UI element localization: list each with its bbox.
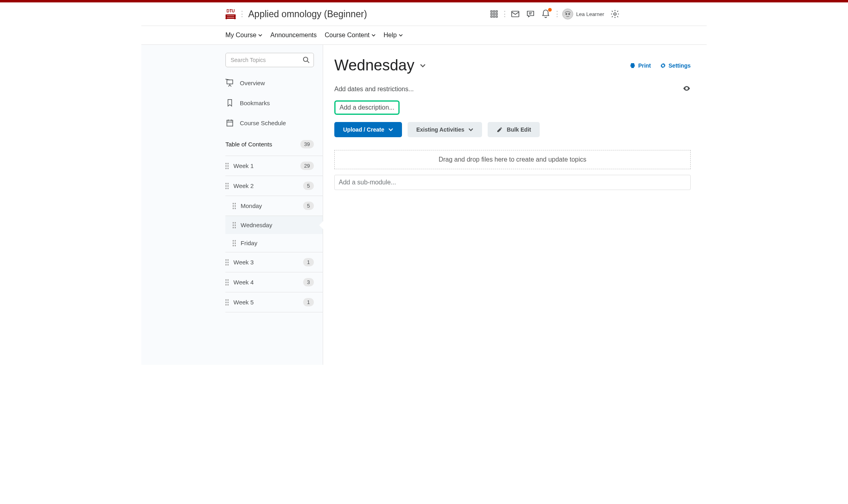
svg-line-21 <box>228 85 230 87</box>
dtu-logo[interactable]: DTU <box>225 7 236 21</box>
search-input[interactable] <box>225 53 314 67</box>
gear-icon <box>660 62 666 69</box>
page-title[interactable]: Wednesday <box>334 57 414 74</box>
nav-my-course[interactable]: My Course <box>225 32 262 39</box>
eye-icon[interactable] <box>683 84 691 94</box>
module-label: Monday <box>241 202 303 209</box>
svg-rect-5 <box>496 13 497 15</box>
chat-icon[interactable] <box>523 6 538 22</box>
drag-handle-icon[interactable] <box>225 279 229 286</box>
module-item[interactable]: Wednesday <box>225 216 323 234</box>
drag-handle-icon[interactable] <box>225 299 229 306</box>
apps-grid-icon[interactable] <box>486 6 502 22</box>
add-description-button[interactable]: Add a description... <box>334 100 400 115</box>
button-label: Upload / Create <box>343 126 384 133</box>
svg-rect-18 <box>227 80 233 84</box>
drag-handle-icon[interactable] <box>233 203 236 209</box>
print-button[interactable]: Print <box>629 62 651 69</box>
nav-announcements[interactable]: Announcements <box>270 32 317 39</box>
nav-label: Help <box>384 32 397 39</box>
course-title[interactable]: Applied omnology (Beginner) <box>248 9 367 20</box>
add-dates-link[interactable]: Add dates and restrictions... <box>334 86 414 93</box>
count-badge: 39 <box>300 140 314 148</box>
module-item[interactable]: Week 51 <box>225 292 323 312</box>
svg-point-16 <box>303 57 308 62</box>
drag-handle-icon[interactable] <box>225 259 229 266</box>
drag-handle-icon[interactable] <box>233 240 236 246</box>
chevron-down-icon <box>388 127 393 132</box>
svg-line-22 <box>230 85 231 87</box>
mail-icon[interactable] <box>508 6 523 22</box>
svg-rect-2 <box>496 11 497 12</box>
module-item[interactable]: Week 25 <box>225 176 323 196</box>
count-badge: 3 <box>303 278 314 286</box>
drag-handle-icon[interactable] <box>233 222 236 228</box>
count-badge: 1 <box>303 298 314 306</box>
module-label: Week 2 <box>233 182 303 189</box>
svg-rect-0 <box>491 11 492 12</box>
settings-button[interactable]: Settings <box>660 62 691 69</box>
svg-rect-23 <box>227 120 233 126</box>
vertical-dots-icon <box>241 11 243 17</box>
module-item[interactable]: Friday <box>225 234 323 252</box>
gear-icon[interactable] <box>607 6 623 22</box>
nav-label: My Course <box>225 32 256 39</box>
chevron-down-icon <box>468 127 473 132</box>
sidebar-schedule[interactable]: Course Schedule <box>225 113 323 133</box>
svg-line-17 <box>307 61 309 63</box>
module-item[interactable]: Week 43 <box>225 272 323 292</box>
bell-icon[interactable] <box>538 6 553 22</box>
nav-label: Announcements <box>270 32 317 39</box>
svg-rect-8 <box>496 16 497 18</box>
settings-label: Settings <box>669 62 691 69</box>
module-label: Friday <box>241 240 314 246</box>
module-label: Week 3 <box>233 259 303 266</box>
toc-header[interactable]: Table of Contents 39 <box>225 133 323 156</box>
svg-rect-4 <box>493 13 495 15</box>
module-label: Week 1 <box>233 162 300 169</box>
svg-line-19 <box>225 79 230 80</box>
module-label: Week 4 <box>233 279 303 286</box>
drag-handle-icon[interactable] <box>225 163 229 169</box>
nav-help[interactable]: Help <box>384 32 403 39</box>
module-item[interactable]: Week 31 <box>225 252 323 272</box>
vertical-dots-icon <box>504 11 505 17</box>
sidebar-overview[interactable]: Overview <box>225 73 323 93</box>
bulk-edit-button[interactable]: Bulk Edit <box>488 122 540 137</box>
logo-text: DTU <box>227 9 235 13</box>
user-name[interactable]: Lea Learner <box>576 11 604 17</box>
drag-handle-icon[interactable] <box>225 183 229 189</box>
svg-point-13 <box>566 13 567 15</box>
svg-rect-3 <box>491 13 492 15</box>
sidebar-label: Overview <box>240 80 265 86</box>
nav-course-content[interactable]: Course Content <box>325 32 376 39</box>
module-label: Wednesday <box>241 222 314 228</box>
content-sidebar: Overview Bookmarks Course Schedule Table… <box>141 45 323 365</box>
chevron-down-icon <box>372 33 376 37</box>
sidebar-label: Course Schedule <box>240 120 286 126</box>
print-label: Print <box>638 62 651 69</box>
button-label: Existing Activities <box>416 126 464 133</box>
global-header: DTU Applied omnology (Beginner) Lea Lear… <box>141 2 707 26</box>
count-badge: 5 <box>303 182 314 190</box>
count-badge: 1 <box>303 258 314 266</box>
bookmark-icon <box>225 98 234 107</box>
sidebar-bookmarks[interactable]: Bookmarks <box>225 93 323 113</box>
chevron-down-icon[interactable] <box>420 63 426 68</box>
search-icon[interactable] <box>303 56 310 65</box>
module-item[interactable]: Monday5 <box>225 196 323 216</box>
count-badge: 29 <box>300 162 314 170</box>
notification-dot-icon <box>548 8 552 12</box>
existing-activities-button[interactable]: Existing Activities <box>408 122 482 137</box>
sidebar-label: Bookmarks <box>240 100 270 106</box>
svg-rect-7 <box>493 16 495 18</box>
submodule-input[interactable] <box>334 175 691 190</box>
nav-label: Course Content <box>325 32 370 39</box>
upload-create-button[interactable]: Upload / Create <box>334 122 402 137</box>
svg-point-12 <box>563 9 573 19</box>
avatar-icon[interactable] <box>561 6 575 22</box>
count-badge: 5 <box>303 202 314 210</box>
module-item[interactable]: Week 129 <box>225 156 323 176</box>
svg-point-14 <box>569 13 570 15</box>
drop-zone[interactable]: Drag and drop files here to create and u… <box>334 150 691 169</box>
